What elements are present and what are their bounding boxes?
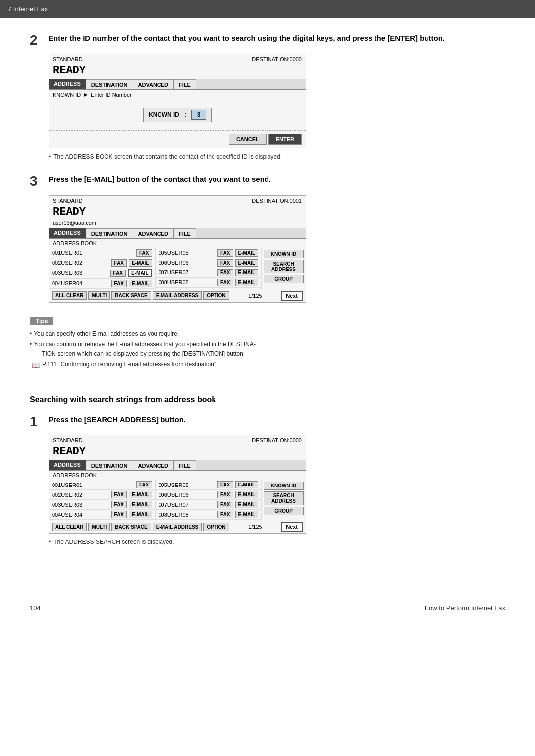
fax-button[interactable]: FAX bbox=[136, 249, 152, 257]
header-title: 7 Internet Fax bbox=[8, 5, 48, 13]
fax-button[interactable]: FAX bbox=[217, 259, 233, 267]
email-button[interactable]: E-MAIL bbox=[235, 511, 258, 518]
email-button[interactable]: E-MAIL bbox=[235, 501, 258, 508]
fax-button[interactable]: FAX bbox=[217, 269, 233, 276]
search-address-btn[interactable]: SEARCH ADDRESS bbox=[264, 260, 304, 273]
screen-ready-1: READY bbox=[49, 63, 306, 79]
fax-button[interactable]: FAX bbox=[217, 501, 233, 508]
group-btn[interactable]: GROUP bbox=[264, 275, 304, 283]
option-button[interactable]: OPTION bbox=[203, 291, 229, 300]
fax-button[interactable]: FAX bbox=[111, 501, 127, 508]
table-row: 005USER05 FAX E-MAIL bbox=[156, 480, 262, 490]
step-2-note: • The ADDRESS BOOK screen that contains … bbox=[49, 153, 505, 160]
tab-advanced-2[interactable]: ADVANCED bbox=[133, 228, 174, 238]
enter-button[interactable]: ENTER bbox=[268, 134, 302, 145]
tab-destination-3[interactable]: DESTINATION bbox=[86, 460, 133, 470]
addr-book-label-3: ADDRESS BOOK bbox=[49, 471, 306, 480]
email-address-button-3[interactable]: E-MAIL ADDRESS bbox=[153, 523, 202, 531]
tab-file-3[interactable]: FILE bbox=[174, 460, 196, 470]
backspace-button-3[interactable]: BACK SPACE bbox=[111, 523, 151, 531]
backspace-button[interactable]: BACK SPACE bbox=[111, 291, 151, 300]
fax-button[interactable]: FAX bbox=[111, 280, 127, 287]
email-button[interactable]: E-MAIL bbox=[235, 249, 258, 257]
screen-ready-3: READY bbox=[49, 444, 306, 460]
all-clear-button-3[interactable]: ALL CLEAR bbox=[52, 523, 87, 531]
tab-destination-1[interactable]: DESTINATION bbox=[86, 79, 133, 89]
tips-content: • You can specify other E-mail addresses… bbox=[30, 329, 505, 371]
section-title: Searching with search strings from addre… bbox=[30, 395, 505, 404]
table-row: 002USER02 FAX E-MAIL bbox=[49, 258, 155, 268]
user-name: 003USER03 bbox=[52, 270, 108, 276]
email-button[interactable]: E-MAIL bbox=[129, 259, 152, 267]
bullet-dot-1: • bbox=[49, 153, 51, 160]
cancel-button[interactable]: CANCEL bbox=[229, 134, 267, 145]
fax-button[interactable]: FAX bbox=[217, 249, 233, 257]
user-name: 005USER05 bbox=[159, 482, 216, 488]
footer-page-title: How to Perform Internet Fax bbox=[425, 604, 505, 612]
known-id-sidebar-btn[interactable]: KNOWN ID bbox=[264, 250, 304, 258]
tab-address-3[interactable]: ADDRESS bbox=[49, 460, 86, 470]
addr-content-2: 001USER01 FAX 002USER02 FAX E-MAIL 003US… bbox=[49, 248, 306, 289]
email-address-button[interactable]: E-MAIL ADDRESS bbox=[153, 291, 202, 300]
tab-bar-1: ADDRESS DESTINATION ADVANCED FILE bbox=[49, 79, 306, 90]
step-1b-header: 1 Press the [SEARCH ADDRESS] button. bbox=[30, 414, 505, 430]
fax-button[interactable]: FAX bbox=[111, 491, 127, 498]
option-button-3[interactable]: OPTION bbox=[203, 523, 229, 531]
enter-id-label: Enter ID Number bbox=[91, 92, 132, 98]
known-id-box: KNOWN ID : 3 bbox=[143, 108, 212, 122]
screen-top-3: STANDARD DESTINATION:0000 bbox=[49, 435, 306, 444]
tab-file-1[interactable]: FILE bbox=[174, 79, 196, 89]
email-button[interactable]: E-MAIL bbox=[129, 501, 152, 508]
tips-text-1: You can specify other E-mail addresses a… bbox=[34, 329, 179, 339]
next-button-3[interactable]: Next bbox=[281, 522, 303, 532]
addr-sidebar-2: KNOWN ID SEARCH ADDRESS GROUP bbox=[261, 248, 306, 289]
tab-destination-2[interactable]: DESTINATION bbox=[86, 228, 133, 238]
tips-dot-2: • bbox=[30, 340, 32, 359]
email-button[interactable]: E-MAIL bbox=[235, 481, 258, 488]
section-divider bbox=[30, 383, 505, 383]
tab-address-1[interactable]: ADDRESS bbox=[49, 79, 86, 89]
email-button[interactable]: E-MAIL bbox=[129, 491, 152, 498]
email-button[interactable]: E-MAIL bbox=[235, 279, 258, 286]
fax-button[interactable]: FAX bbox=[111, 511, 127, 518]
fax-button[interactable]: FAX bbox=[217, 511, 233, 518]
tips-dot-1: • bbox=[30, 329, 32, 339]
tab-advanced-1[interactable]: ADVANCED bbox=[133, 79, 174, 89]
search-address-btn-3[interactable]: SEARCH ADDRESS bbox=[264, 491, 304, 505]
addr-bottom-2: ALL CLEAR MULTI BACK SPACE E-MAIL ADDRES… bbox=[49, 289, 306, 302]
step-2-header: 2 Enter the ID number of the contact tha… bbox=[30, 33, 505, 48]
fax-button[interactable]: FAX bbox=[217, 481, 233, 488]
tab-bar-3: ADDRESS DESTINATION ADVANCED FILE bbox=[49, 460, 306, 471]
known-id-row: KNOWN ID ▶ Enter ID Number bbox=[49, 90, 306, 100]
screen-label-std-2: STANDARD bbox=[53, 198, 83, 204]
email-button[interactable]: E-MAIL bbox=[235, 269, 258, 276]
fax-button[interactable]: FAX bbox=[111, 259, 127, 267]
fax-button[interactable]: FAX bbox=[217, 279, 233, 286]
table-row: 007USER07 FAX E-MAIL bbox=[156, 268, 262, 278]
step-1b-number: 1 bbox=[30, 414, 42, 430]
tab-file-2[interactable]: FILE bbox=[174, 228, 196, 238]
fax-button[interactable]: FAX bbox=[110, 270, 126, 277]
user-name: 006USER06 bbox=[159, 492, 216, 498]
fax-button[interactable]: FAX bbox=[217, 491, 233, 498]
email-button[interactable]: E-MAIL bbox=[235, 259, 258, 267]
page-number-3: 1/125 bbox=[248, 524, 262, 530]
next-button-2[interactable]: Next bbox=[281, 291, 303, 301]
screen-ready-2: READY bbox=[49, 205, 306, 220]
group-btn-3[interactable]: GROUP bbox=[264, 507, 304, 515]
screen-email-shown: user03@aaa.com bbox=[49, 220, 306, 228]
tab-advanced-3[interactable]: ADVANCED bbox=[133, 460, 174, 470]
fax-button[interactable]: FAX bbox=[136, 481, 152, 488]
screen-destination-2: DESTINATION:0001 bbox=[252, 198, 302, 204]
multi-button-3[interactable]: MULTI bbox=[88, 523, 110, 531]
tab-address-2[interactable]: ADDRESS bbox=[49, 228, 86, 238]
all-clear-button[interactable]: ALL CLEAR bbox=[52, 291, 87, 300]
known-id-sidebar-btn-3[interactable]: KNOWN ID bbox=[264, 482, 304, 490]
email-button[interactable]: E-MAIL bbox=[129, 511, 152, 518]
email-button[interactable]: E-MAIL bbox=[235, 491, 258, 498]
email-button[interactable]: E-MAIL bbox=[129, 280, 152, 287]
email-button-selected[interactable]: E-MAIL bbox=[128, 269, 152, 277]
known-id-value[interactable]: 3 bbox=[191, 110, 206, 120]
table-row: 008USER08 FAX E-MAIL bbox=[156, 510, 262, 520]
multi-button[interactable]: MULTI bbox=[88, 291, 110, 300]
